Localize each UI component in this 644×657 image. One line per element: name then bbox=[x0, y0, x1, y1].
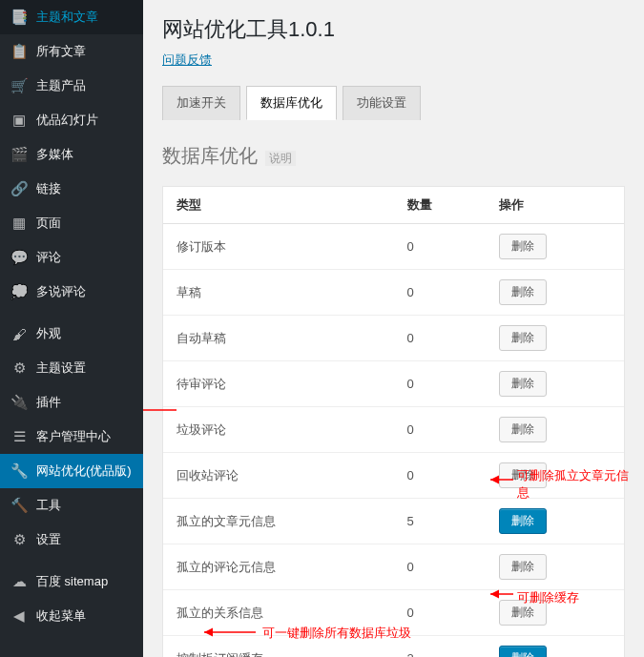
table-row: 垃圾评论0删除 bbox=[163, 407, 624, 453]
collapse-icon: ◀ bbox=[10, 606, 29, 626]
list-icon: 📋 bbox=[10, 42, 29, 61]
sidebar-item-baidu-sitemap[interactable]: ☁百度 sitemap bbox=[0, 565, 143, 599]
menu-icon: ☰ bbox=[10, 427, 29, 446]
sidebar-label: 页面 bbox=[36, 215, 61, 232]
tab-features[interactable]: 功能设置 bbox=[343, 86, 421, 120]
cell-type: 孤立的文章元信息 bbox=[163, 499, 394, 544]
sidebar-label: 收起菜单 bbox=[36, 607, 86, 625]
cell-type: 回收站评论 bbox=[163, 453, 394, 499]
sidebar-item-settings[interactable]: ⚙设置 bbox=[0, 523, 143, 557]
cell-type: 待审评论 bbox=[163, 361, 394, 407]
cell-count: 0 bbox=[394, 590, 487, 636]
cell-type: 自动草稿 bbox=[163, 316, 394, 361]
cell-type: 孤立的评论元信息 bbox=[163, 544, 394, 590]
delete-button[interactable]: 删除 bbox=[499, 600, 547, 626]
sidebar-item-plugins[interactable]: 🔌插件 bbox=[0, 385, 143, 420]
table-row: 孤立的评论元信息0删除 bbox=[163, 544, 624, 590]
cell-action: 删除 bbox=[486, 224, 624, 270]
wrench-icon: 🔧 bbox=[10, 462, 29, 481]
table-row: 孤立的文章元信息5删除 bbox=[163, 499, 624, 544]
col-action-header: 操作 bbox=[486, 187, 624, 224]
sidebar-item-site-optimize[interactable]: 🔧网站优化(优品版) bbox=[0, 454, 143, 488]
table-row: 草稿0删除 bbox=[163, 270, 624, 316]
delete-button[interactable]: 删除 bbox=[499, 462, 547, 488]
cell-count: 0 bbox=[394, 407, 487, 453]
sidebar-label: 客户管理中心 bbox=[36, 428, 111, 445]
cart-icon: 🛒 bbox=[10, 76, 29, 95]
tab-speed[interactable]: 加速开关 bbox=[162, 86, 240, 120]
cloud-icon: ☁ bbox=[10, 572, 29, 591]
sidebar-label: 主题和文章 bbox=[36, 9, 98, 26]
tab-db-optimize[interactable]: 数据库优化 bbox=[246, 86, 337, 120]
delete-button[interactable]: 删除 bbox=[499, 325, 547, 351]
sidebar-label: 网站优化(优品版) bbox=[36, 462, 132, 480]
db-table: 类型 数量 操作 修订版本0删除草稿0删除自动草稿0删除待审评论0删除垃圾评论0… bbox=[163, 187, 624, 657]
col-type-header: 类型 bbox=[163, 187, 394, 224]
feedback-link[interactable]: 问题反馈 bbox=[162, 52, 212, 67]
sidebar-item-themes-posts[interactable]: 📑主题和文章 bbox=[0, 0, 143, 34]
table-row: 回收站评论0删除 bbox=[163, 453, 624, 499]
gear-icon: ⚙ bbox=[10, 359, 29, 378]
sidebar-label: 外观 bbox=[36, 325, 61, 342]
comment2-icon: 💭 bbox=[10, 282, 29, 301]
cell-action: 删除 bbox=[486, 590, 624, 636]
delete-button[interactable]: 删除 bbox=[499, 554, 547, 580]
admin-sidebar: 📑主题和文章 📋所有文章 🛒主题产品 ▣优品幻灯片 🎬多媒体 🔗链接 ▦页面 💬… bbox=[0, 0, 143, 657]
sidebar-label: 插件 bbox=[36, 394, 61, 411]
cell-action: 删除 bbox=[486, 316, 624, 361]
sidebar-item-media[interactable]: 🎬多媒体 bbox=[0, 137, 143, 172]
sidebar-item-comments[interactable]: 💬评论 bbox=[0, 240, 143, 275]
sidebar-item-pages[interactable]: ▦页面 bbox=[0, 206, 143, 240]
media-icon: 🎬 bbox=[10, 145, 29, 164]
table-row: 孤立的关系信息0删除 bbox=[163, 590, 624, 636]
sidebar-label: 链接 bbox=[36, 180, 61, 197]
sidebar-item-theme-settings[interactable]: ⚙主题设置 bbox=[0, 351, 143, 385]
sidebar-item-tools[interactable]: 🔨工具 bbox=[0, 488, 143, 523]
delete-button[interactable]: 删除 bbox=[499, 234, 547, 259]
delete-button[interactable]: 删除 bbox=[499, 417, 547, 442]
delete-button[interactable]: 删除 bbox=[499, 646, 547, 657]
delete-button[interactable]: 删除 bbox=[499, 508, 547, 534]
cell-action: 删除 bbox=[486, 270, 624, 316]
sidebar-label: 主题设置 bbox=[36, 359, 86, 377]
delete-button[interactable]: 删除 bbox=[499, 279, 547, 305]
sidebar-item-theme-products[interactable]: 🛒主题产品 bbox=[0, 69, 143, 103]
cell-count: 0 bbox=[394, 224, 487, 270]
cell-action: 删除 bbox=[486, 361, 624, 407]
page-icon: ▦ bbox=[10, 214, 29, 233]
table-row: 控制板订阅缓存2删除 bbox=[163, 636, 624, 658]
cell-action: 删除 bbox=[486, 636, 624, 658]
sidebar-item-duoshuo[interactable]: 💭多说评论 bbox=[0, 275, 143, 309]
tabs: 加速开关 数据库优化 功能设置 bbox=[162, 86, 625, 120]
sidebar-label: 主题产品 bbox=[36, 77, 86, 94]
cell-type: 垃圾评论 bbox=[163, 407, 394, 453]
cell-count: 0 bbox=[394, 544, 487, 590]
plug-icon: 🔌 bbox=[10, 393, 29, 412]
section-note: 说明 bbox=[265, 151, 296, 166]
main-content: 网站优化工具1.0.1 问题反馈 加速开关 数据库优化 功能设置 数据库优化 说… bbox=[143, 0, 644, 657]
sidebar-label: 所有文章 bbox=[36, 43, 86, 60]
link-icon: 🔗 bbox=[10, 179, 29, 198]
sidebar-label: 百度 sitemap bbox=[36, 573, 108, 590]
sidebar-item-appearance[interactable]: 🖌外观 bbox=[0, 317, 143, 351]
doc-icon: 📑 bbox=[10, 8, 29, 27]
sidebar-label: 优品幻灯片 bbox=[36, 112, 98, 129]
sidebar-item-collapse[interactable]: ◀收起菜单 bbox=[0, 599, 143, 633]
table-row: 自动草稿0删除 bbox=[163, 316, 624, 361]
delete-button[interactable]: 删除 bbox=[499, 371, 547, 397]
cell-type: 控制板订阅缓存 bbox=[163, 636, 394, 658]
sidebar-item-customer-center[interactable]: ☰客户管理中心 bbox=[0, 420, 143, 454]
sidebar-label: 设置 bbox=[36, 531, 61, 548]
cell-count: 0 bbox=[394, 453, 487, 499]
sidebar-item-links[interactable]: 🔗链接 bbox=[0, 172, 143, 206]
section-title: 数据库优化 bbox=[162, 143, 258, 169]
comment-icon: 💬 bbox=[10, 248, 29, 267]
hammer-icon: 🔨 bbox=[10, 496, 29, 515]
cell-type: 孤立的关系信息 bbox=[163, 590, 394, 636]
cell-type: 草稿 bbox=[163, 270, 394, 316]
cell-count: 2 bbox=[394, 636, 487, 658]
cell-type: 修订版本 bbox=[163, 224, 394, 270]
sidebar-item-all-posts[interactable]: 📋所有文章 bbox=[0, 34, 143, 69]
sidebar-item-slides[interactable]: ▣优品幻灯片 bbox=[0, 103, 143, 137]
col-count-header: 数量 bbox=[394, 187, 487, 224]
